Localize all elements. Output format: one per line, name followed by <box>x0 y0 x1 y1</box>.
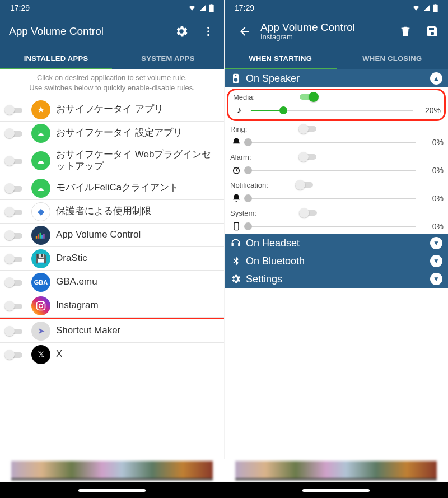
section-on-speaker[interactable]: On Speaker ▲ <box>225 69 448 87</box>
app-toggle[interactable] <box>3 230 26 241</box>
app-icon: 𝕏 <box>31 345 50 364</box>
app-row[interactable]: おサイフケータイ 設定アプリ <box>0 122 224 145</box>
home-indicator[interactable] <box>302 489 370 492</box>
app-icon: 💾 <box>31 249 50 268</box>
percent-alarm: 0% <box>421 166 444 175</box>
app-name: モバイルFeliCaクライアント <box>56 182 179 193</box>
instagram-icon <box>31 296 50 315</box>
hint-line-1: Click on desired application to set volu… <box>6 73 218 83</box>
percent-ring: 0% <box>421 138 444 147</box>
app-name: X <box>56 348 62 360</box>
battery-icon <box>433 4 438 12</box>
svg-rect-6 <box>38 234 39 239</box>
app-icon: GBA <box>31 273 50 292</box>
app-icon <box>31 124 50 143</box>
svg-point-16 <box>234 78 238 82</box>
app-name: Shortcut Maker <box>56 325 120 336</box>
slider-alarm[interactable] <box>248 170 416 171</box>
section-settings[interactable]: Settings ▼ <box>225 270 448 288</box>
slider-media[interactable] <box>251 110 413 111</box>
chevron-down-icon: ▼ <box>430 255 442 267</box>
bell-icon <box>230 193 242 203</box>
app-list[interactable]: ★おサイフケータイ アプリ おサイフケータイ 設定アプリ おサイフケータイ We… <box>0 98 224 366</box>
app-name: 保護者による使用制限 <box>56 206 151 217</box>
app-row-instagram[interactable]: Instagram <box>0 294 224 318</box>
section-on-headset[interactable]: On Headset ▼ <box>225 234 448 252</box>
music-note-icon: ♪ <box>233 105 245 116</box>
app-title: App Volume Control <box>9 25 166 38</box>
app-toggle[interactable] <box>3 300 26 311</box>
media-highlight-box: Media: ♪ 20% <box>227 89 446 121</box>
svg-point-11 <box>39 304 43 308</box>
channel-label-alarm: Alarm: <box>230 153 251 161</box>
svg-point-4 <box>207 34 209 36</box>
app-toggle[interactable] <box>3 104 26 115</box>
signal-icon <box>423 4 431 12</box>
app-name: おサイフケータイ 設定アプリ <box>56 127 183 138</box>
svg-point-17 <box>235 75 237 77</box>
app-bar: App Volume Control <box>0 16 224 47</box>
app-row[interactable]: GBAGBA.emu <box>0 271 224 294</box>
back-button[interactable] <box>234 20 256 43</box>
app-row[interactable]: ◆保護者による使用制限 <box>0 200 224 224</box>
app-icon <box>31 151 50 170</box>
toggle-system[interactable] <box>299 208 319 218</box>
phone-icon <box>230 221 242 231</box>
app-name: App Volume Control <box>56 229 141 240</box>
tab-when-closing[interactable]: WHEN CLOSING <box>337 47 449 69</box>
chevron-down-icon: ▼ <box>430 273 442 285</box>
slider-notification[interactable] <box>248 198 416 199</box>
app-toggle[interactable] <box>3 349 26 360</box>
alarm-icon <box>230 165 242 175</box>
svg-rect-9 <box>43 234 45 238</box>
toggle-ring[interactable] <box>298 124 319 134</box>
home-indicator[interactable] <box>78 489 146 492</box>
app-toggle[interactable] <box>3 277 26 288</box>
app-row[interactable]: 𝕏X <box>0 343 224 366</box>
settings-button[interactable] <box>170 20 193 43</box>
screen-app-list: 17:29 App Volume Control INSTALLED APPS … <box>0 0 224 459</box>
app-row[interactable]: おサイフケータイ Webプラグインセットアップ <box>0 145 224 176</box>
channel-label-media: Media: <box>233 93 255 101</box>
save-button[interactable] <box>421 20 444 43</box>
app-icon: ◆ <box>31 202 50 221</box>
app-toggle[interactable] <box>3 325 26 337</box>
app-row[interactable]: モバイルFeliCaクライアント <box>0 176 224 200</box>
app-row[interactable]: App Volume Control <box>0 224 224 247</box>
toggle-alarm[interactable] <box>298 152 319 162</box>
tab-installed-apps[interactable]: INSTALLED APPS <box>0 47 112 69</box>
ring-icon <box>230 137 242 147</box>
headphones-icon <box>230 238 241 249</box>
section-on-bluetooth[interactable]: On Bluetooth ▼ <box>225 252 448 270</box>
status-bar: 17:29 <box>225 0 448 16</box>
overflow-button[interactable] <box>197 20 220 43</box>
tab-system-apps[interactable]: SYSTEM APPS <box>112 47 224 69</box>
toggle-media[interactable] <box>300 92 320 102</box>
app-subtitle: Instagram <box>260 33 390 41</box>
status-bar: 17:29 <box>0 0 224 16</box>
wifi-icon <box>188 4 197 12</box>
svg-point-3 <box>207 30 209 32</box>
app-title: App Volume Control <box>260 21 390 34</box>
speaker-icon <box>230 73 241 84</box>
slider-system[interactable] <box>248 226 416 227</box>
delete-button[interactable] <box>394 20 417 43</box>
app-toggle[interactable] <box>3 128 26 139</box>
tab-when-starting[interactable]: WHEN STARTING <box>225 47 337 69</box>
toggle-notification[interactable] <box>295 180 315 190</box>
app-row[interactable]: 💾DraStic <box>0 247 224 271</box>
app-row[interactable]: ★おサイフケータイ アプリ <box>0 98 224 122</box>
channel-label-ring: Ring: <box>230 125 247 133</box>
app-toggle[interactable] <box>3 206 26 217</box>
app-row[interactable]: ➤Shortcut Maker <box>0 319 224 343</box>
app-toggle[interactable] <box>3 183 26 194</box>
svg-point-2 <box>207 27 209 29</box>
slider-ring[interactable] <box>248 142 416 143</box>
app-toggle[interactable] <box>3 155 26 166</box>
svg-point-12 <box>43 302 44 304</box>
svg-rect-0 <box>209 4 213 12</box>
app-toggle[interactable] <box>3 253 26 264</box>
section-label: On Bluetooth <box>246 255 305 267</box>
app-name: おサイフケータイ Webプラグインセットアップ <box>56 149 221 172</box>
svg-rect-8 <box>41 235 43 239</box>
